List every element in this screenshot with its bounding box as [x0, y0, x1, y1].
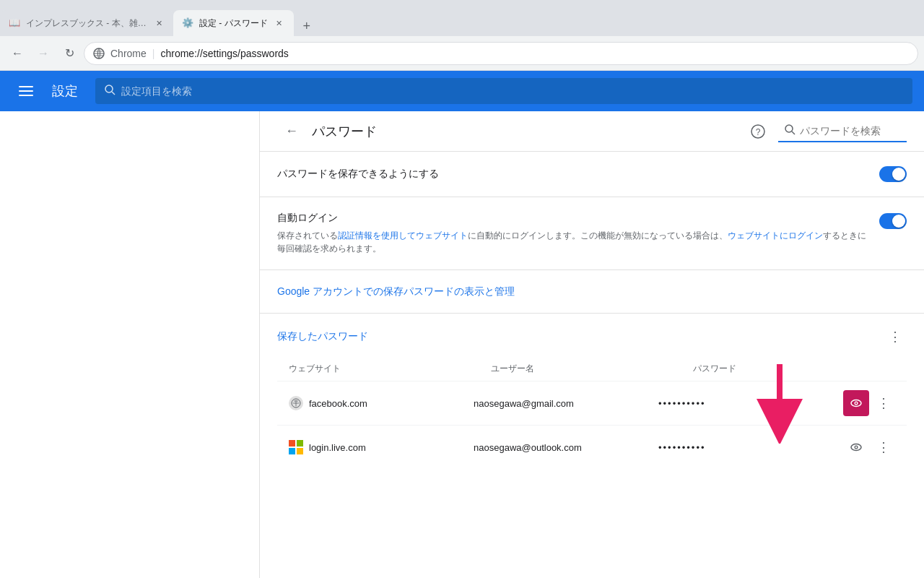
autologin-section: 自動ログイン 保存されている認証情報を使用してウェブサイトに自動的にログインしま… [260, 197, 924, 270]
facebook-more-button[interactable]: ⋮ [872, 392, 895, 415]
svg-point-13 [855, 402, 857, 404]
tab-impress-title: インプレスブックス - 本、雑誌と関連V... [26, 17, 147, 30]
browser-frame: 📖 インプレスブックス - 本、雑誌と関連V... ✕ ⚙️ 設定 - パスワー… [0, 0, 924, 578]
forward-button[interactable]: → [32, 42, 55, 65]
page-header: ← パスワード ? [260, 111, 924, 152]
saved-passwords-section: 保存したパスワード ⋮ ウェブサイト ユーザー名 パスワード [260, 314, 924, 469]
table-header-row: ウェブサイト ユーザー名 パスワード [277, 357, 907, 381]
settings-header: 設定 [0, 71, 924, 111]
live-more-button[interactable]: ⋮ [872, 436, 895, 459]
microsoft-favicon [289, 440, 303, 454]
address-bar-input-wrap: Chrome | [84, 42, 918, 65]
tab-settings[interactable]: ⚙️ 設定 - パスワード ✕ [173, 10, 294, 36]
content-area: ← パスワード ? [260, 111, 924, 578]
autologin-link2[interactable]: ウェブサイト [416, 230, 468, 241]
back-button[interactable]: ← [6, 42, 29, 65]
tab-bar: 📖 インプレスブックス - 本、雑誌と関連V... ✕ ⚙️ 設定 - パスワー… [0, 0, 924, 36]
col-username: ユーザー名 [491, 363, 693, 375]
autologin-desc-part2: に自動的にログインします。この機能が無効になっている場合は、 [468, 230, 728, 241]
save-password-label: パスワードを保存できるようにする [277, 168, 439, 181]
settings-search-input[interactable] [121, 85, 904, 97]
save-password-toggle[interactable] [879, 166, 907, 182]
autologin-desc: 保存されている認証情報を使用してウェブサイトに自動的にログインします。この機能が… [277, 229, 868, 255]
address-separator: | [152, 48, 155, 59]
live-password: •••••••••• [658, 442, 843, 453]
password-search-input[interactable] [800, 125, 901, 137]
save-password-toggle-knob [892, 168, 905, 181]
autologin-toggle[interactable] [879, 213, 907, 229]
autologin-text-wrap: 自動ログイン 保存されている認証情報を使用してウェブサイトに自動的にログインしま… [277, 212, 868, 255]
svg-point-4 [105, 85, 113, 92]
facebook-password: •••••••••• [658, 398, 843, 409]
saved-passwords-more-button[interactable]: ⋮ [884, 325, 907, 348]
chrome-label: Chrome [110, 48, 147, 59]
settings-title: 設定 [52, 82, 78, 100]
save-password-toggle-row: パスワードを保存できるようにする [277, 166, 907, 182]
col-password: パスワード [693, 363, 895, 375]
autologin-desc-part1: 保存されている [277, 230, 338, 241]
address-input[interactable] [160, 48, 909, 59]
tab-impress[interactable]: 📖 インプレスブックス - 本、雑誌と関連V... ✕ [0, 10, 173, 36]
new-tab-button[interactable]: + [297, 16, 317, 36]
header-actions: ? [744, 117, 907, 146]
live-show-password-button[interactable] [843, 434, 869, 460]
facebook-site: facebook.com [309, 398, 367, 409]
svg-line-9 [792, 131, 795, 134]
main-layout: ← パスワード ? [0, 111, 924, 578]
facebook-actions: ⋮ [843, 390, 895, 416]
autologin-toggle-row: 自動ログイン 保存されている認証情報を使用してウェブサイトに自動的にログインしま… [277, 212, 907, 255]
password-search-wrap [778, 121, 907, 142]
reload-button[interactable]: ↻ [58, 42, 81, 65]
google-account-section: Google アカウントでの保存パスワードの表示と管理 [260, 270, 924, 314]
tab-settings-favicon: ⚙️ [182, 17, 193, 29]
svg-rect-1 [19, 86, 33, 87]
site-cell-facebook: facebook.com [289, 396, 474, 410]
password-search-icon [784, 124, 796, 138]
facebook-favicon [289, 396, 303, 410]
site-cell-live: login.live.com [289, 440, 474, 454]
password-row-facebook: facebook.com naosegawa@gmail.com •••••••… [277, 381, 907, 425]
live-actions: ⋮ [843, 434, 895, 460]
col-website: ウェブサイト [289, 363, 491, 375]
password-row-live: login.live.com naosegawa@outlook.com •••… [277, 425, 907, 469]
page-title: パスワード [312, 123, 738, 140]
svg-line-5 [112, 92, 115, 95]
live-username: naosegawa@outlook.com [474, 442, 658, 453]
facebook-show-password-button[interactable] [843, 390, 869, 416]
settings-search-bar [95, 78, 912, 104]
svg-text:?: ? [756, 127, 761, 137]
password-table: ウェブサイト ユーザー名 パスワード [277, 357, 907, 469]
live-site: login.live.com [309, 442, 366, 453]
svg-rect-3 [19, 95, 33, 96]
site-icon [93, 48, 105, 59]
autologin-toggle-knob [892, 215, 905, 228]
save-password-section: パスワードを保存できるようにする [260, 152, 924, 197]
svg-point-8 [785, 125, 793, 132]
autologin-link1[interactable]: 認証情報を使用して [338, 230, 416, 241]
svg-point-16 [855, 447, 857, 448]
autologin-title: 自動ログイン [277, 212, 868, 225]
address-bar: ← → ↻ Chrome | [0, 36, 924, 71]
google-account-link[interactable]: Google アカウントでの保存パスワードの表示と管理 [277, 285, 515, 297]
facebook-password-dots: •••••••••• [658, 398, 706, 409]
hamburger-button[interactable] [12, 77, 40, 105]
autologin-link3[interactable]: ウェブサイトにログイン [728, 230, 823, 241]
saved-passwords-title: 保存したパスワード [277, 330, 368, 343]
svg-rect-2 [19, 90, 33, 92]
saved-passwords-header: 保存したパスワード ⋮ [277, 325, 907, 348]
tab-impress-close[interactable]: ✕ [153, 17, 165, 29]
settings-search-icon [104, 84, 116, 98]
tab-impress-favicon: 📖 [9, 17, 20, 29]
back-to-settings-button[interactable]: ← [277, 117, 306, 146]
live-password-dots: •••••••••• [658, 442, 706, 453]
help-button[interactable]: ? [744, 117, 772, 146]
tab-settings-title: 設定 - パスワード [199, 17, 268, 30]
facebook-username: naosegawa@gmail.com [474, 398, 658, 409]
sidebar [0, 111, 260, 578]
content-relative: ← パスワード ? [260, 111, 924, 578]
tab-settings-close[interactable]: ✕ [274, 17, 285, 29]
